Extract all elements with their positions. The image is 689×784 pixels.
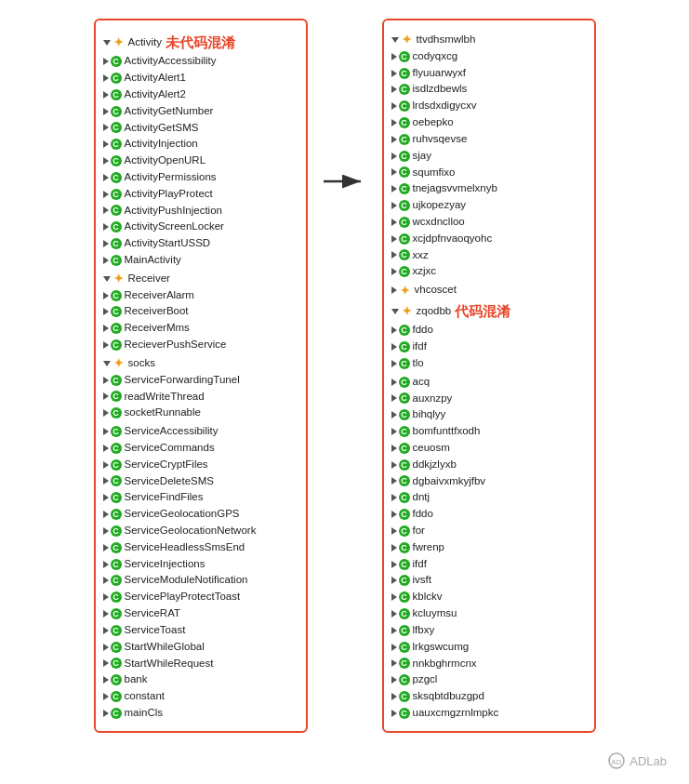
list-item: Clrkgswcumg [391, 639, 587, 656]
list-item: CActivityOpenURL [103, 153, 298, 169]
item-expand-icon [391, 379, 397, 386]
list-item: CReceiverAlarm [103, 287, 298, 304]
item-expand-icon [103, 392, 109, 400]
list-item: Clrdsdxdigycxv [391, 98, 587, 114]
root-label: ttvdhsmwlbh [417, 32, 476, 48]
list-item: CActivityInjection [103, 136, 298, 153]
list-item: CActivityAlert2 [103, 86, 298, 103]
item-expand-icon [103, 445, 109, 452]
receiver-label: Receiver [128, 271, 170, 287]
list-item: Cfddo [391, 322, 587, 339]
item-expand-icon [103, 191, 109, 198]
list-item: CRecieverPushService [103, 337, 298, 353]
item-expand-icon [391, 676, 397, 684]
list-item: Cxcjdpfnvaoqyohc [391, 231, 587, 247]
item-expand-icon [391, 544, 397, 551]
right-panel: ✦ ttvdhsmwlbh Ccodyqxcg Cflyuuarwyxf Cis… [382, 19, 596, 733]
list-item: CActivityStartUSSD [103, 235, 298, 252]
watermark-text: ADLab [629, 754, 667, 768]
list-item: CReceiverMms [103, 320, 298, 337]
list-item: Cbihqlyy [391, 406, 587, 423]
list-item: Cpzgcl [391, 671, 587, 688]
item-expand-icon [103, 124, 109, 131]
list-item: CMainActivity [103, 252, 298, 269]
item-expand-icon [391, 70, 397, 77]
item-expand-icon [103, 91, 109, 99]
item-expand-icon [391, 168, 397, 176]
svg-text:AD: AD [612, 758, 622, 766]
item-expand-icon [103, 377, 109, 384]
item-expand-icon [103, 693, 109, 700]
list-item: Cconstant [103, 688, 298, 705]
list-item: CServiceToast [103, 622, 298, 639]
list-item: Ctnejagsvvmelxnyb [391, 180, 587, 197]
list-item: Ccodyqxcg [391, 48, 587, 65]
item-expand-icon [103, 240, 109, 247]
list-item: Cuauxcmgzrnlmpkc [391, 705, 587, 722]
list-item: CServiceDeleteSMS [103, 473, 298, 490]
item-expand-icon [103, 593, 109, 601]
expand-receiver-icon [103, 276, 111, 282]
item-expand-icon [103, 428, 109, 435]
item-expand-icon [103, 409, 109, 417]
item-expand-icon [103, 561, 109, 568]
item-expand-icon [103, 223, 109, 231]
list-item: CActivityPermissions [103, 169, 298, 186]
list-item: Cfwrenp [391, 539, 587, 556]
watermark: AD ADLab [608, 752, 667, 769]
list-item: CActivityGetSMS [103, 120, 298, 137]
list-item: Cauxnzpy [391, 391, 587, 407]
page-wrapper: ✦ Activity 未代码混淆 CActivityAccessibility … [0, 19, 689, 784]
list-item: CServiceHeadlessSmsEnd [103, 539, 298, 556]
item-expand-icon [103, 257, 109, 264]
list-item: CReceiverBoot [103, 303, 298, 320]
item-expand-icon [391, 477, 397, 485]
item-expand-icon [391, 53, 397, 60]
item-expand-icon [391, 136, 397, 143]
list-item: Cceuosm [391, 440, 587, 457]
item-expand-icon [391, 527, 397, 535]
item-expand-icon [391, 268, 397, 275]
list-item: CActivityAlert1 [103, 70, 298, 86]
list-item: CActivityScreenLocker [103, 219, 298, 235]
item-expand-icon [391, 644, 397, 651]
root-folder-icon: ✦ [401, 34, 414, 46]
obfuscated-label: 代码混淆 [455, 300, 510, 322]
item-expand-icon [391, 511, 397, 518]
list-item: Cruhvsqevse [391, 131, 587, 148]
adlab-logo-icon: AD [608, 752, 625, 769]
item-expand-icon [103, 477, 109, 485]
list-item: CServiceModuleNotification [103, 572, 298, 589]
item-expand-icon [103, 206, 109, 214]
item-expand-icon [103, 659, 109, 667]
item-expand-icon [391, 185, 397, 193]
item-expand-icon [103, 527, 109, 535]
item-expand-icon [391, 360, 397, 367]
item-expand-icon [103, 644, 109, 651]
list-item: CServiceAccessibility [103, 423, 298, 440]
activity-label: Activity [128, 34, 162, 51]
item-expand-icon [103, 341, 109, 349]
item-expand-icon [391, 251, 397, 259]
list-item: Cbank [103, 671, 298, 688]
list-item: Cfddo [391, 506, 587, 523]
item-expand-icon [391, 411, 397, 419]
list-item: Cifdf [391, 556, 587, 573]
item-expand-icon [103, 325, 109, 332]
list-item: Cifdf [391, 339, 587, 355]
socks-folder-icon: ✦ [113, 358, 126, 369]
item-expand-icon [391, 202, 397, 209]
list-item: Csksqbtdbuzgpd [391, 688, 587, 705]
list-item: CActivityAccessibility [103, 53, 298, 70]
item-expand-icon [391, 235, 397, 243]
list-item: Coebepko [391, 114, 587, 131]
expand-vhcoscet-icon [391, 286, 397, 294]
item-expand-icon [391, 561, 397, 568]
item-expand-icon [391, 153, 397, 160]
list-item: CActivityPushInjection [103, 203, 298, 219]
list-item: Cbomfunttfxodh [391, 423, 587, 440]
activity-section-header: ✦ Activity 未代码混淆 [103, 32, 298, 53]
root-section-header: ✦ ttvdhsmwlbh [391, 32, 587, 48]
list-item: Cdgbaivxmkyjfbv [391, 473, 587, 490]
list-item: Cfor [391, 523, 587, 539]
